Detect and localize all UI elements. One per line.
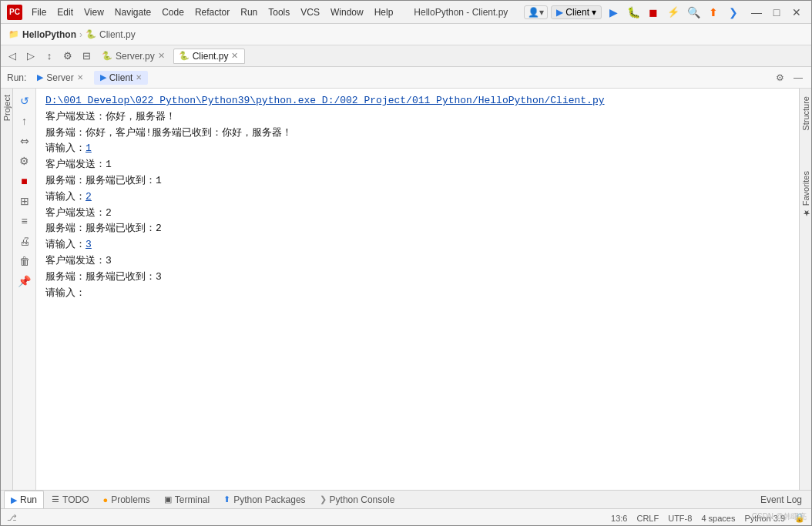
encoding[interactable]: UTF-8 [668, 514, 692, 523]
output-line-11: 服务端：服务端已收到：3 [45, 270, 790, 286]
run-settings-icon[interactable]: ⚙ [773, 71, 787, 85]
run-configuration-bar: Run: ▶ Server ✕ ▶ Client ✕ ⚙ — [1, 67, 811, 89]
output-line-5: 服务端：服务端已收到：1 [45, 173, 790, 189]
console-icon: ❯ [320, 494, 327, 504]
menu-vcs[interactable]: VCS [296, 5, 324, 19]
window-controls: — □ ✕ [748, 4, 805, 21]
recent-files[interactable]: ↕ [41, 48, 58, 65]
output-line-6: 请输入：2 [45, 189, 790, 206]
git-icon: ⎇ [7, 513, 17, 523]
run-tab-server[interactable]: ▶ Server ✕ [31, 71, 89, 85]
run-tab-icon: ▶ [11, 495, 17, 505]
clear-icon[interactable]: 🗑 [15, 252, 34, 270]
menu-edit[interactable]: Edit [52, 5, 78, 19]
wrap-icon[interactable]: ⇔ [15, 132, 34, 150]
todo-label: TODO [62, 494, 89, 505]
nav-back[interactable]: ◁ [4, 48, 21, 65]
menu-bar: File Edit View Navigate Code Refactor Ru… [27, 5, 398, 19]
output-line-12: 请输入： [45, 286, 790, 302]
client-run-label: Client [109, 72, 133, 83]
print-icon[interactable]: 🖨 [15, 232, 34, 250]
update-btn[interactable]: ⬆ [705, 4, 722, 21]
tab-terminal[interactable]: ▣ Terminal [158, 491, 216, 508]
menu-tools[interactable]: Tools [263, 5, 294, 19]
favorites-vtab[interactable]: ★ Favorites [799, 166, 811, 223]
rerun-icon[interactable]: ↺ [15, 92, 34, 110]
breadcrumb-file[interactable]: Client.py [99, 29, 136, 40]
output-num-3: 3 [86, 239, 92, 250]
breadcrumb-file-icon: 🐍 [86, 29, 96, 39]
close-button[interactable]: ✕ [788, 4, 805, 21]
tab-problems[interactable]: ● Problems [96, 491, 156, 508]
run-output: D:\001_Develop\022_Python\Python39\pytho… [36, 89, 799, 490]
server-py-label: Server.py [116, 51, 155, 62]
nav-forward[interactable]: ▷ [22, 48, 39, 65]
output-num-1: 1 [86, 142, 92, 154]
run-btn[interactable]: ▶ [605, 4, 622, 21]
run-close-icon[interactable]: — [791, 71, 805, 85]
menu-window[interactable]: Window [326, 5, 368, 19]
status-bar: ⎇ 13:6 CRLF UTF-8 4 spaces Python 3.9 🔒 [1, 508, 811, 526]
cursor-position[interactable]: 13:6 [611, 514, 627, 523]
close-server-py[interactable]: ✕ [158, 51, 165, 61]
client-run-close[interactable]: ✕ [136, 73, 142, 82]
tab-server-py[interactable]: 🐍 Server.py ✕ [96, 49, 172, 64]
profile-btn[interactable]: ⚡ [665, 4, 682, 21]
scroll-up-icon[interactable]: ↑ [15, 112, 34, 130]
minimize-button[interactable]: — [748, 4, 765, 21]
split-editor[interactable]: ⊟ [78, 48, 95, 65]
editor-settings[interactable]: ⚙ [59, 48, 76, 65]
run-tab-label: Run [20, 494, 37, 505]
problems-label: Problems [111, 494, 150, 505]
search-btn[interactable]: 🔍 [685, 4, 702, 21]
problems-icon: ● [102, 495, 108, 504]
tab-run[interactable]: ▶ Run [4, 491, 44, 508]
run-tab-client[interactable]: ▶ Client ✕ [94, 71, 149, 85]
tab-python-packages[interactable]: ⬆ Python Packages [217, 491, 311, 508]
editor-tabs-bar: ◁ ▷ ↕ ⚙ ⊟ 🐍 Server.py ✕ 🐍 Client.py ✕ [1, 45, 811, 67]
maximize-button[interactable]: □ [768, 4, 785, 21]
tab-todo[interactable]: ☰ TODO [45, 491, 95, 508]
maximize-tool-icon[interactable]: 📌 [15, 272, 34, 290]
structure-vtab[interactable]: Structure [800, 92, 812, 136]
project-icon: 📁 [8, 29, 19, 39]
debug-btn[interactable]: 🐛 [625, 4, 642, 21]
menu-refactor[interactable]: Refactor [190, 5, 234, 19]
menu-file[interactable]: File [27, 5, 51, 19]
tab-python-console[interactable]: ❯ Python Console [314, 491, 401, 508]
run-config-dropdown[interactable]: ▾ [592, 7, 596, 18]
filter-icon[interactable]: ⚙ [15, 152, 34, 170]
server-run-icon: ▶ [37, 72, 43, 82]
terminal-btn[interactable]: ❯ [725, 4, 742, 21]
stop-icon[interactable]: ■ [15, 172, 34, 190]
user-icon[interactable]: 👤▾ [524, 5, 548, 19]
output-line-10: 客户端发送：3 [45, 253, 790, 270]
breadcrumb-separator: › [79, 29, 82, 40]
output-line-7: 客户端发送：2 [45, 206, 790, 222]
bottom-toolbar: ▶ Run ☰ TODO ● Problems ▣ Terminal ⬆ Pyt… [1, 490, 811, 508]
close-client-py[interactable]: ✕ [231, 51, 238, 61]
breadcrumb-project[interactable]: HelloPython [22, 29, 76, 40]
scroll-output-icon[interactable]: ≡ [15, 212, 34, 230]
menu-help[interactable]: Help [370, 5, 398, 19]
menu-navigate[interactable]: Navigate [110, 5, 156, 19]
terminal-icon: ▣ [164, 494, 172, 504]
client-run-icon: ▶ [100, 72, 106, 82]
server-run-close[interactable]: ✕ [77, 73, 83, 82]
tab-event-log[interactable]: Event Log [754, 493, 808, 507]
coverage-btn[interactable]: ◼ [645, 4, 662, 21]
menu-view[interactable]: View [79, 5, 109, 19]
line-separator[interactable]: CRLF [636, 514, 659, 523]
pin-icon[interactable]: ⊞ [15, 192, 34, 210]
run-config[interactable]: ▶ Client ▾ [551, 5, 602, 19]
project-vtab[interactable]: Project [1, 89, 13, 127]
menu-code[interactable]: Code [157, 5, 189, 19]
output-line-9: 请输入：3 [45, 237, 790, 253]
server-py-icon: 🐍 [102, 51, 112, 61]
indent[interactable]: 4 spaces [701, 514, 735, 523]
run-toolbar: ↺ ↑ ⇔ ⚙ ■ ⊞ ≡ 🖨 🗑 📌 [13, 89, 36, 490]
menu-run[interactable]: Run [236, 5, 262, 19]
tab-client-py[interactable]: 🐍 Client.py ✕ [173, 49, 246, 64]
output-num-2: 2 [86, 191, 92, 203]
client-py-icon: 🐍 [179, 51, 190, 61]
